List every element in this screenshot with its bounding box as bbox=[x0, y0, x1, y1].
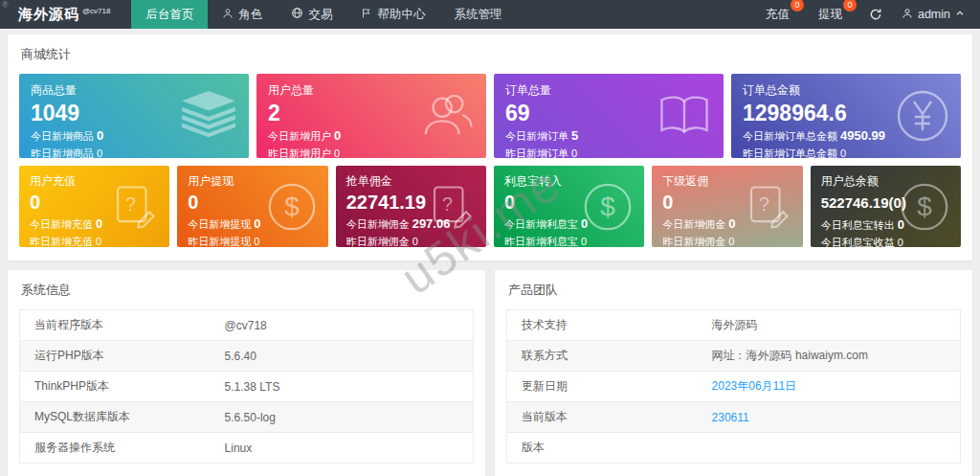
yest-value: 0 bbox=[898, 237, 903, 247]
refresh-icon[interactable] bbox=[869, 8, 882, 21]
table-row: ThinkPHP版本 5.1.38 LTS bbox=[20, 372, 474, 402]
today-label: 今日利息宝转出 bbox=[821, 219, 895, 231]
menu-label: 后台首页 bbox=[145, 7, 193, 23]
table-row: 联系方式 网址：海外源码 haiwaiym.com bbox=[507, 341, 961, 372]
svg-text:$: $ bbox=[601, 192, 616, 221]
svg-text:$: $ bbox=[284, 192, 300, 221]
info-label: 运行PHP版本 bbox=[20, 341, 211, 372]
today-value: 0 bbox=[728, 216, 735, 231]
stats-panel: 商城统计 商品总量 1049 今日新增商品0 昨日新增商品0 用户总量 2 今日… bbox=[8, 34, 972, 261]
doc-question-icon: ? bbox=[744, 183, 791, 231]
product-team-panel: 产品团队 技术支持 海外源码 联系方式 网址：海外源码 haiwaiym.com… bbox=[495, 270, 972, 476]
info-label: 技术支持 bbox=[507, 310, 698, 341]
user-dropdown[interactable]: admin bbox=[896, 8, 970, 22]
svg-text:?: ? bbox=[442, 193, 453, 214]
svg-text:$: $ bbox=[917, 192, 932, 221]
today-label: 今日新增充值 bbox=[30, 218, 93, 230]
yest-label: 昨日新增订单总金额 bbox=[743, 147, 837, 158]
layers-icon bbox=[180, 91, 237, 141]
card-yesterday: 昨日新增佣金0 bbox=[662, 235, 791, 247]
yest-label: 昨日新增佣金 bbox=[346, 236, 410, 247]
stats-row-small: 用户充值 0 今日新增充值0 昨日新增充值0 ? 用户提现 0 今日新增提现0 … bbox=[19, 166, 961, 247]
card-yesterday: 昨日新增订单0 bbox=[505, 147, 712, 158]
info-label: 更新日期 bbox=[507, 372, 698, 402]
menu-item-home[interactable]: 后台首页 bbox=[131, 0, 208, 29]
withdraw-badge: 0 bbox=[843, 0, 857, 11]
withdraw-button[interactable]: 提现 0 bbox=[811, 7, 850, 23]
stat-card-order-amount: 订单总金额 1298964.6 今日新增订单总金额4950.99 昨日新增订单总… bbox=[731, 74, 961, 158]
menu-label: 系统管理 bbox=[454, 7, 501, 23]
info-label: ThinkPHP版本 bbox=[20, 372, 211, 402]
menu-item-trade[interactable]: 交易 bbox=[277, 0, 346, 29]
yest-label: 昨日新增提现 bbox=[188, 236, 251, 247]
yest-value: 0 bbox=[334, 147, 340, 158]
table-row: 技术支持 海外源码 bbox=[507, 310, 961, 341]
menu-label: 交易 bbox=[308, 7, 332, 23]
card-yesterday: 昨日新增订单总金额0 bbox=[743, 147, 949, 158]
menu-item-system[interactable]: 系统管理 bbox=[439, 0, 516, 29]
menu-item-roles[interactable]: 角色 bbox=[208, 0, 277, 29]
product-team-title: 产品团队 bbox=[506, 276, 961, 309]
today-value: 4950.99 bbox=[840, 128, 885, 143]
table-row: 更新日期 2023年06月11日 bbox=[507, 372, 961, 402]
menu-item-help-center[interactable]: 帮助中心 bbox=[346, 0, 439, 29]
user-icon bbox=[222, 8, 234, 22]
table-row: 当前程序版本 @cv718 bbox=[20, 310, 474, 341]
today-value: 0 bbox=[97, 128, 103, 143]
stat-card-total-balance: 用户总余额 522746.19(0) 今日利息宝转出0 今日利息宝收益0 $ bbox=[811, 166, 961, 247]
today-value: 5 bbox=[571, 128, 578, 143]
stats-row-large: 商品总量 1049 今日新增商品0 昨日新增商品0 用户总量 2 今日新增用户0… bbox=[19, 74, 961, 158]
recharge-badge: 0 bbox=[791, 0, 804, 11]
today-label: 今日新增利息宝 bbox=[504, 218, 578, 230]
stat-card-products: 商品总量 1049 今日新增商品0 昨日新增商品0 bbox=[19, 74, 249, 158]
yest-label: 昨日新增用户 bbox=[268, 147, 331, 158]
app-logo: 海外源码 @cv718 bbox=[0, 0, 131, 29]
menu-label: 角色 bbox=[238, 7, 262, 23]
svg-text:?: ? bbox=[125, 193, 136, 214]
info-label: 当前版本 bbox=[507, 402, 698, 433]
stat-card-orders: 订单总量 69 今日新增订单5 昨日新增订单0 bbox=[494, 74, 724, 158]
yest-label: 昨日新增佣金 bbox=[662, 236, 725, 247]
yest-value: 0 bbox=[728, 236, 734, 247]
current-version-link[interactable]: 230611 bbox=[698, 402, 961, 433]
stat-card-interest-in: 利息宝转入 0 今日新增利息宝0 昨日新增利息宝0 $ bbox=[494, 166, 644, 247]
yest-value: 0 bbox=[412, 236, 418, 247]
card-yesterday: 昨日新增利息宝0 bbox=[504, 235, 634, 247]
card-yesterday: 昨日新增用户0 bbox=[268, 147, 475, 158]
main-menu: 后台首页 角色 交易 帮助中心 系统管理 bbox=[131, 0, 516, 29]
yest-label: 昨日新增利息宝 bbox=[504, 236, 578, 247]
info-value: @cv718 bbox=[211, 310, 474, 341]
card-yesterday: 昨日新增佣金0 bbox=[346, 235, 476, 247]
dollar-circle-icon: $ bbox=[900, 182, 949, 232]
info-value: 5.6.50-log bbox=[211, 402, 474, 433]
user-name: admin bbox=[918, 8, 950, 21]
info-value bbox=[698, 433, 961, 464]
yest-label: 昨日新增商品 bbox=[31, 147, 94, 158]
info-value: 5.6.40 bbox=[211, 341, 474, 372]
info-value: 海外源码 bbox=[698, 310, 961, 341]
info-label: MySQL数据库版本 bbox=[20, 402, 211, 433]
today-value: 0 bbox=[334, 128, 341, 143]
menu-label: 帮助中心 bbox=[377, 7, 425, 23]
info-label: 当前程序版本 bbox=[20, 310, 211, 341]
book-icon bbox=[657, 93, 712, 139]
recharge-button[interactable]: 充值 0 bbox=[758, 7, 797, 23]
card-yesterday: 昨日新增充值0 bbox=[30, 235, 159, 247]
withdraw-label: 提现 bbox=[818, 8, 842, 21]
product-team-table: 技术支持 海外源码 联系方式 网址：海外源码 haiwaiym.com 更新日期… bbox=[506, 309, 961, 464]
registered-mark: ® bbox=[2, 1, 9, 10]
yest-value: 0 bbox=[97, 147, 102, 158]
card-yesterday: 昨日新增商品0 bbox=[31, 147, 237, 158]
yest-value: 0 bbox=[571, 147, 577, 158]
chevron-up-icon bbox=[955, 8, 965, 21]
navbar-right: 充值 0 提现 0 admin bbox=[758, 0, 980, 29]
table-row: 服务器操作系统 Linux bbox=[20, 433, 474, 464]
today-label: 今日新增用户 bbox=[268, 130, 331, 142]
today-label: 今日新增订单总金额 bbox=[743, 130, 837, 142]
dollar-circle-icon: $ bbox=[583, 182, 633, 232]
info-label: 联系方式 bbox=[507, 341, 698, 372]
yest-value: 0 bbox=[840, 147, 846, 158]
system-info-title: 系统信息 bbox=[19, 276, 474, 309]
update-date-link[interactable]: 2023年06月11日 bbox=[698, 372, 961, 402]
doc-question-icon: ? bbox=[427, 183, 475, 231]
